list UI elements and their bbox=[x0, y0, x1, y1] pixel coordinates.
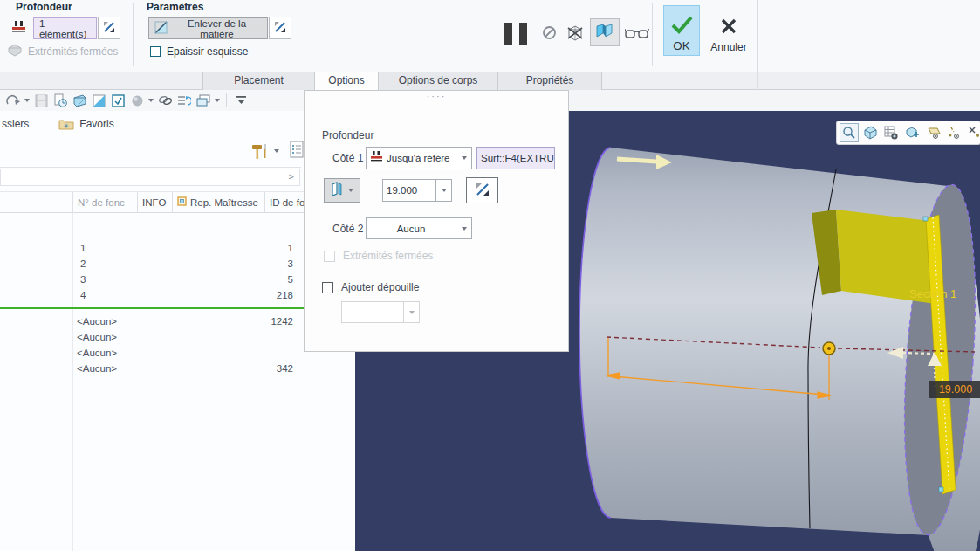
table-row[interactable]: <Aucun> bbox=[0, 345, 304, 361]
axis-display-button[interactable] bbox=[944, 123, 963, 142]
section-label[interactable]: Section 1 bbox=[909, 287, 956, 300]
more-commands-button[interactable] bbox=[233, 93, 249, 108]
side2-depth-combo[interactable]: Aucun bbox=[366, 217, 472, 239]
panel-grip[interactable]: ···· bbox=[305, 91, 568, 101]
side1-label: Côté 1 bbox=[332, 152, 363, 164]
verify-button[interactable] bbox=[623, 26, 651, 44]
tools-dropdown-caret[interactable] bbox=[274, 149, 279, 153]
material-side-button[interactable] bbox=[324, 178, 360, 203]
table-row[interactable]: <Aucun>342 bbox=[0, 361, 304, 376]
column-header-rep-maitresse[interactable]: Rep. Maîtresse bbox=[172, 192, 264, 213]
settings-list-button[interactable] bbox=[289, 140, 304, 159]
unattached-preview-button[interactable] bbox=[564, 23, 586, 45]
column-header-num-fonction[interactable]: N° de fonc bbox=[72, 192, 137, 213]
no-preview-icon bbox=[542, 25, 557, 43]
tab-options[interactable]: Options bbox=[314, 72, 378, 91]
add-draft-checkbox[interactable]: Ajouter dépouille bbox=[322, 281, 419, 293]
redo-button[interactable] bbox=[5, 93, 21, 108]
depth-elements-field[interactable]: 1 élément(s) bbox=[33, 17, 97, 39]
column-header-id-fonction[interactable]: ID de fo bbox=[264, 192, 304, 213]
tools-hammer-button[interactable] bbox=[250, 141, 271, 162]
tab-options-de-corps[interactable]: Options de corps bbox=[378, 72, 497, 90]
table-row[interactable]: <Aucun>1242 bbox=[0, 313, 304, 329]
thicken-sketch-checkbox[interactable]: Epaissir esquisse bbox=[150, 45, 248, 58]
expand-chevron[interactable]: > bbox=[289, 171, 294, 182]
saved-orientations-button[interactable] bbox=[860, 123, 880, 142]
ok-button[interactable]: OK bbox=[663, 5, 700, 56]
tabstrip-separator bbox=[757, 72, 758, 90]
save-button[interactable] bbox=[33, 93, 49, 108]
ribbon-separator bbox=[652, 3, 653, 66]
redo-dropdown-caret[interactable] bbox=[24, 99, 30, 102]
glasses-icon bbox=[625, 27, 649, 43]
tree-filter-bar[interactable]: > bbox=[0, 169, 300, 186]
depth-type-button[interactable] bbox=[7, 17, 31, 39]
cancel-button[interactable]: Annuler bbox=[703, 5, 754, 56]
ribbon-separator bbox=[133, 3, 134, 66]
table-row[interactable]: 4218 bbox=[0, 287, 304, 303]
attached-preview-icon bbox=[595, 23, 614, 43]
diagonal-arrows-icon bbox=[474, 181, 491, 201]
checkbox-box bbox=[150, 46, 161, 57]
depth-dimension-label[interactable]: 19.000 bbox=[929, 381, 980, 398]
windows-dropdown-caret[interactable] bbox=[215, 99, 220, 102]
model-tree-panel: ssiers ✳ Favoris > N° de fonc INFO Rep. … bbox=[0, 90, 355, 551]
check-icon bbox=[669, 14, 694, 38]
list-exchange-button[interactable] bbox=[176, 93, 192, 108]
pause-button[interactable] bbox=[504, 23, 527, 45]
side1-depth-type-combo[interactable]: Jusqu'à référe bbox=[366, 147, 472, 169]
depth-value-combo[interactable]: 19.000 bbox=[382, 179, 452, 202]
side1-reference-field[interactable]: Surf::F4(EXTRUS bbox=[476, 147, 555, 169]
point-display-button[interactable] bbox=[965, 123, 980, 142]
prism-view-button[interactable] bbox=[72, 93, 87, 108]
section-button[interactable] bbox=[91, 93, 106, 108]
flip-depth-direction-button[interactable] bbox=[98, 17, 120, 39]
panel-section-title: Profondeur bbox=[322, 129, 373, 141]
links-button[interactable] bbox=[157, 93, 173, 108]
table-row[interactable]: 11 bbox=[0, 240, 304, 256]
material-side-icon bbox=[331, 182, 345, 199]
checked-list-button[interactable] bbox=[110, 93, 126, 108]
tab-proprietes[interactable]: Propriétés bbox=[497, 72, 602, 90]
dashboard-tabstrip: Placement Options Options de corps Propr… bbox=[0, 72, 980, 90]
no-preview-button[interactable] bbox=[539, 24, 559, 44]
master-rep-icon bbox=[177, 192, 187, 213]
combo-dropdown-arrow[interactable] bbox=[456, 218, 471, 238]
tree-tools-row bbox=[0, 137, 301, 168]
combo-dropdown-arrow[interactable] bbox=[456, 148, 471, 169]
tree-table-header: N° de fonc INFO Rep. Maîtresse ID de fo bbox=[0, 191, 304, 213]
toolbar-separator bbox=[226, 93, 227, 107]
sub-ribbon-strip bbox=[569, 90, 980, 111]
tab-favoris[interactable]: Favoris bbox=[79, 118, 113, 130]
plane-display-button[interactable] bbox=[923, 123, 942, 142]
regenerate-button[interactable] bbox=[52, 93, 68, 108]
depth-to-reference-icon bbox=[367, 151, 383, 165]
remove-material-toggle[interactable]: Enlever de la matière bbox=[148, 17, 268, 39]
tab-placement[interactable]: Placement bbox=[202, 72, 314, 90]
zoom-tool-button[interactable] bbox=[840, 123, 859, 142]
table-row[interactable]: 23 bbox=[0, 256, 304, 272]
flip-material-side-button[interactable] bbox=[269, 17, 291, 39]
side2-label: Côté 2 bbox=[332, 223, 363, 235]
favorites-folder-icon: ✳ bbox=[58, 116, 74, 132]
tab-dossiers-partial[interactable]: ssiers bbox=[2, 118, 29, 130]
appearance-dropdown-caret[interactable] bbox=[148, 99, 154, 102]
combo-dropdown-arrow[interactable] bbox=[435, 180, 451, 201]
column-header-info[interactable]: INFO bbox=[137, 192, 172, 213]
vertex-handle bbox=[923, 217, 928, 221]
attached-preview-button[interactable] bbox=[590, 18, 620, 46]
closed-ends-disabled-item: Extrémités fermées bbox=[7, 44, 118, 59]
appearance-sphere-button[interactable] bbox=[129, 93, 145, 108]
windows-button[interactable] bbox=[195, 93, 211, 108]
flip-side1-direction-button[interactable] bbox=[466, 177, 498, 203]
close-icon bbox=[720, 17, 737, 38]
ribbon-separator bbox=[757, 0, 758, 72]
table-row[interactable]: 35 bbox=[0, 272, 304, 287]
table-row[interactable]: <Aucun> bbox=[0, 329, 304, 345]
view-capture-button[interactable] bbox=[881, 123, 901, 142]
add-view-button[interactable] bbox=[902, 123, 922, 142]
closed-ends-checkbox-disabled: Extrémités fermées bbox=[324, 250, 433, 262]
insert-here-separator[interactable] bbox=[0, 307, 304, 309]
options-panel: ···· Profondeur Côté 1 Jusqu'à référe Su… bbox=[304, 90, 569, 352]
material-side-caret[interactable] bbox=[348, 189, 353, 192]
